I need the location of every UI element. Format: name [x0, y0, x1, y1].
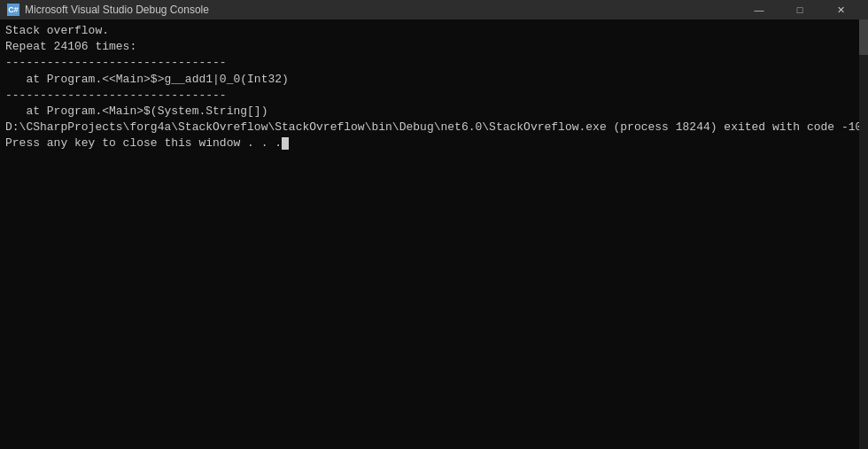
scrollbar[interactable] [859, 19, 868, 449]
console-line: Stack overflow. [5, 23, 863, 39]
console-line: -------------------------------- [5, 88, 863, 104]
minimize-button[interactable]: — [739, 0, 779, 19]
console-line: -------------------------------- [5, 55, 863, 71]
window-title: Microsoft Visual Studio Debug Console [25, 4, 739, 16]
scrollbar-thumb[interactable] [859, 19, 868, 55]
close-button[interactable]: ✕ [820, 0, 861, 19]
console-output: Stack overflow.Repeat 24106 times:------… [5, 23, 863, 152]
console-line: at Program.<Main>$(System.String[]) [5, 104, 863, 120]
maximize-button[interactable]: □ [779, 0, 820, 19]
title-bar: C# Microsoft Visual Studio Debug Console… [0, 0, 868, 19]
console-line: Press any key to close this window . . . [5, 135, 863, 151]
console-line: D:\CSharpProjects\forg4a\StackOvreflow\S… [5, 120, 863, 135]
console-line: Repeat 24106 times: [5, 39, 863, 55]
console-area: Stack overflow.Repeat 24106 times:------… [0, 19, 868, 449]
console-line: at Program.<<Main>$>g__add1|0_0(Int32) [5, 72, 863, 88]
app-icon: C# [7, 4, 19, 16]
cursor [282, 137, 289, 150]
window-controls: — □ ✕ [739, 0, 861, 19]
